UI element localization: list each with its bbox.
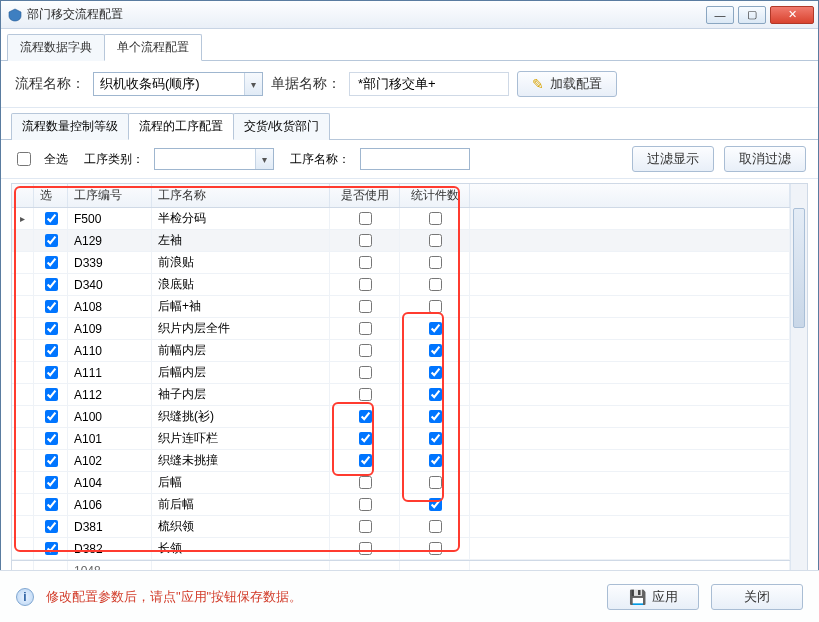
row-select-checkbox[interactable] (45, 278, 58, 291)
table-row[interactable]: A102织缝未挑撞 (12, 450, 790, 472)
select-all-checkbox[interactable] (17, 152, 31, 166)
row-use-checkbox[interactable] (359, 498, 372, 511)
table-row[interactable]: A104后幅 (12, 472, 790, 494)
row-stat-checkbox[interactable] (429, 212, 442, 225)
table-row[interactable]: A106前后幅 (12, 494, 790, 516)
row-select-checkbox[interactable] (45, 410, 58, 423)
grid-scroll[interactable]: 选 工序编号 工序名称 是否使用 统计件数 ▸F500半检分码A129左袖D33… (12, 184, 790, 574)
tab-qty-control[interactable]: 流程数量控制等级 (11, 113, 129, 140)
load-config-button[interactable]: ✎ 加载配置 (517, 71, 617, 97)
row-stat-checkbox[interactable] (429, 322, 442, 335)
row-use-checkbox[interactable] (359, 388, 372, 401)
row-stat-checkbox[interactable] (429, 344, 442, 357)
row-stat-checkbox[interactable] (429, 234, 442, 247)
table-row[interactable]: A108后幅+袖 (12, 296, 790, 318)
row-select-checkbox[interactable] (45, 322, 58, 335)
clear-filter-button[interactable]: 取消过滤 (724, 146, 806, 172)
row-use-checkbox[interactable] (359, 454, 372, 467)
row-select-checkbox[interactable] (45, 432, 58, 445)
close-dialog-button[interactable]: 关闭 (711, 584, 803, 610)
row-use-checkbox[interactable] (359, 278, 372, 291)
row-indicator (12, 384, 34, 405)
tab-process-config[interactable]: 流程的工序配置 (128, 113, 234, 140)
row-stat-checkbox[interactable] (429, 454, 442, 467)
row-stat-checkbox[interactable] (429, 300, 442, 313)
row-stat-checkbox[interactable] (429, 278, 442, 291)
table-row[interactable]: A111后幅内层 (12, 362, 790, 384)
flow-name-combo[interactable]: ▾ (93, 72, 263, 96)
scrollbar-thumb[interactable] (793, 208, 805, 328)
row-select-checkbox[interactable] (45, 344, 58, 357)
row-use-checkbox[interactable] (359, 256, 372, 269)
row-stat-checkbox[interactable] (429, 256, 442, 269)
table-row[interactable]: A110前幅内层 (12, 340, 790, 362)
row-stat-checkbox[interactable] (429, 520, 442, 533)
row-select-checkbox[interactable] (45, 476, 58, 489)
flow-name-input[interactable] (94, 73, 244, 95)
tab-single-flow-config[interactable]: 单个流程配置 (104, 34, 202, 61)
grid-header: 选 工序编号 工序名称 是否使用 统计件数 (12, 184, 790, 208)
chevron-down-icon[interactable]: ▾ (255, 149, 273, 169)
row-use-checkbox[interactable] (359, 322, 372, 335)
row-use-checkbox[interactable] (359, 366, 372, 379)
row-use-checkbox[interactable] (359, 542, 372, 555)
tab-flow-dictionary[interactable]: 流程数据字典 (7, 34, 105, 61)
table-row[interactable]: D382长领 (12, 538, 790, 560)
table-row[interactable]: ▸F500半检分码 (12, 208, 790, 230)
cell-name: 袖子内层 (152, 384, 330, 405)
col-stat[interactable]: 统计件数 (400, 184, 470, 207)
row-use-checkbox[interactable] (359, 344, 372, 357)
table-row[interactable]: A109织片内层全件 (12, 318, 790, 340)
row-stat-checkbox[interactable] (429, 432, 442, 445)
vertical-scrollbar[interactable] (790, 184, 807, 574)
row-select-checkbox[interactable] (45, 542, 58, 555)
row-use-checkbox[interactable] (359, 476, 372, 489)
cell-code: A104 (68, 472, 152, 493)
table-row[interactable]: D381梳织领 (12, 516, 790, 538)
row-stat-checkbox[interactable] (429, 388, 442, 401)
row-use-checkbox[interactable] (359, 432, 372, 445)
row-select-checkbox[interactable] (45, 498, 58, 511)
table-row[interactable]: D340浪底贴 (12, 274, 790, 296)
table-row[interactable]: A129左袖 (12, 230, 790, 252)
row-stat-checkbox[interactable] (429, 498, 442, 511)
row-select-checkbox[interactable] (45, 520, 58, 533)
row-stat-checkbox[interactable] (429, 542, 442, 555)
row-stat-checkbox[interactable] (429, 476, 442, 489)
row-select-checkbox[interactable] (45, 366, 58, 379)
maximize-button[interactable]: ▢ (738, 6, 766, 24)
table-row[interactable]: D339前浪贴 (12, 252, 790, 274)
row-stat-checkbox[interactable] (429, 366, 442, 379)
row-indicator (12, 472, 34, 493)
apply-button[interactable]: 💾 应用 (607, 584, 699, 610)
row-use-checkbox[interactable] (359, 410, 372, 423)
row-use-checkbox[interactable] (359, 520, 372, 533)
row-indicator (12, 362, 34, 383)
tab-delivery-dept[interactable]: 交货/收货部门 (233, 113, 330, 140)
row-select-checkbox[interactable] (45, 300, 58, 313)
row-use-checkbox[interactable] (359, 212, 372, 225)
minimize-button[interactable]: — (706, 6, 734, 24)
proc-type-input[interactable] (155, 149, 255, 169)
proc-type-combo[interactable]: ▾ (154, 148, 274, 170)
table-row[interactable]: A101织片连吓栏 (12, 428, 790, 450)
col-use[interactable]: 是否使用 (330, 184, 400, 207)
row-select-checkbox[interactable] (45, 388, 58, 401)
close-button[interactable]: ✕ (770, 6, 814, 24)
row-use-checkbox[interactable] (359, 234, 372, 247)
chevron-down-icon[interactable]: ▾ (244, 73, 262, 95)
table-row[interactable]: A100织缝挑(衫) (12, 406, 790, 428)
row-select-checkbox[interactable] (45, 234, 58, 247)
row-select-checkbox[interactable] (45, 212, 58, 225)
row-select-checkbox[interactable] (45, 454, 58, 467)
row-stat-checkbox[interactable] (429, 410, 442, 423)
col-name[interactable]: 工序名称 (152, 184, 330, 207)
row-use-checkbox[interactable] (359, 300, 372, 313)
filter-button[interactable]: 过滤显示 (632, 146, 714, 172)
row-select-checkbox[interactable] (45, 256, 58, 269)
proc-name-input[interactable] (360, 148, 470, 170)
grid: 选 工序编号 工序名称 是否使用 统计件数 ▸F500半检分码A129左袖D33… (11, 183, 808, 575)
col-sel[interactable]: 选 (34, 184, 68, 207)
col-code[interactable]: 工序编号 (68, 184, 152, 207)
table-row[interactable]: A112袖子内层 (12, 384, 790, 406)
